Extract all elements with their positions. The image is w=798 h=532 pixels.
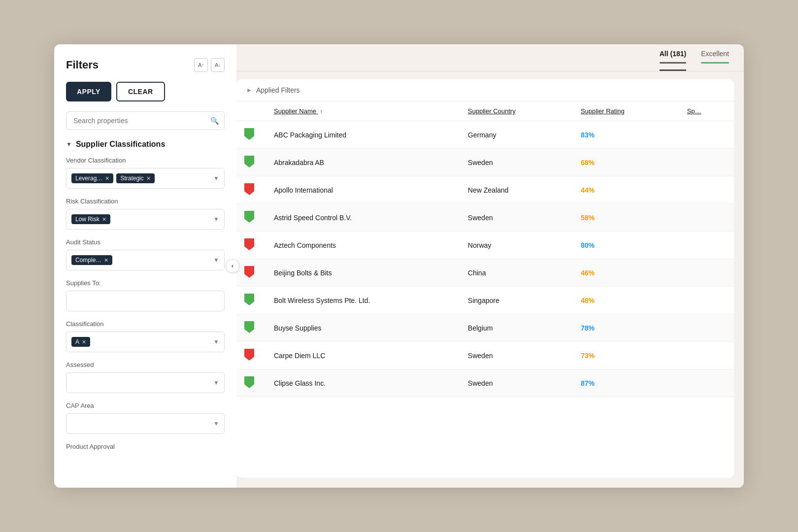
extra-cell	[677, 342, 734, 369]
table-row[interactable]: Carpe Diem LLCSweden73%	[236, 342, 734, 369]
top-tabs: All (181) Excellent	[236, 44, 744, 71]
sort-asc-icon-button[interactable]: A ↑	[194, 58, 208, 72]
supplier-name-cell: Buyse Supplies	[264, 314, 458, 342]
rating-value: 46%	[581, 269, 595, 277]
cap-area-select[interactable]: ▼	[66, 413, 225, 434]
table-row[interactable]: Beijing Bolts & BitsChina46%	[236, 259, 734, 287]
tab-excellent[interactable]: Excellent	[701, 50, 729, 71]
rating-value: 83%	[581, 131, 595, 139]
flag-cell	[236, 232, 264, 259]
col-supplier-rating[interactable]: Supplier Rating	[571, 101, 677, 121]
tag-complete-remove[interactable]: ✕	[104, 257, 108, 264]
risk-classification-label: Risk Classification	[66, 198, 225, 205]
table-row[interactable]: Astrid Speed Control B.V.Sweden58%	[236, 204, 734, 232]
col-flag	[236, 101, 264, 121]
supplier-name-cell: Beijing Bolts & Bits	[264, 259, 458, 287]
supplier-country-cell: Singapore	[458, 287, 571, 314]
extra-cell	[677, 369, 734, 397]
supplier-rating-cell: 83%	[571, 121, 677, 149]
extra-cell	[677, 287, 734, 314]
supplies-to-input[interactable]	[66, 291, 225, 311]
sort-desc-icon-button[interactable]: A ↓	[211, 58, 225, 72]
table-area: ► Applied Filters Supplier Name ↑ Suppli…	[236, 79, 734, 478]
content-panel: All (181) Excellent ► Applied Filters	[236, 44, 744, 488]
vendor-classification-chevron: ▼	[213, 175, 219, 182]
tab-all-label: All (181)	[660, 50, 686, 58]
rating-value: 44%	[581, 186, 595, 194]
tag-strategic: Strategic ✕	[116, 173, 154, 183]
cap-area-group: CAP Area ▼	[66, 402, 225, 434]
main-container: Filters A ↑ A ↓ APPLY CLEAR 🔍 ▼ Supplie	[54, 44, 744, 488]
tag-low-risk-text: Low Risk	[75, 216, 100, 223]
risk-classification-group: Risk Classification Low Risk ✕ ▼	[66, 198, 225, 230]
rating-value: 68%	[581, 159, 595, 166]
audit-status-select[interactable]: Comple… ✕ ▼	[66, 250, 225, 270]
applied-filters-row[interactable]: ► Applied Filters	[236, 79, 734, 101]
table-row[interactable]: Bolt Wireless Systems Pte. Ltd.Singapore…	[236, 287, 734, 314]
flag-cell	[236, 287, 264, 314]
audit-status-group: Audit Status Comple… ✕ ▼	[66, 238, 225, 270]
table-row[interactable]: Buyse SuppliesBelgium78%	[236, 314, 734, 342]
sort-desc-icon: A	[215, 62, 218, 68]
rating-value: 58%	[581, 214, 595, 222]
assessed-label: Assessed	[66, 361, 225, 368]
classification-group: Classification A ✕ ▼	[66, 320, 225, 352]
table-header-row: Supplier Name ↑ Supplier Country Supplie…	[236, 101, 734, 121]
tag-leverage-remove[interactable]: ✕	[105, 175, 109, 182]
apply-button[interactable]: APPLY	[66, 82, 111, 101]
col-supplier-country[interactable]: Supplier Country	[458, 101, 571, 121]
risk-classification-chevron: ▼	[213, 216, 219, 223]
tag-low-risk-remove[interactable]: ✕	[102, 216, 106, 223]
supplier-country-cell: China	[458, 259, 571, 287]
supplier-name-cell: Clipse Glass Inc.	[264, 369, 458, 397]
flag-green-icon	[244, 321, 254, 333]
classification-select[interactable]: A ✕ ▼	[66, 332, 225, 352]
vendor-classification-select[interactable]: Leverag… ✕ Strategic ✕ ▼	[66, 168, 225, 189]
supplier-country-cell: Sweden	[458, 149, 571, 176]
supplies-to-label: Supplies To:	[66, 279, 225, 287]
tab-all[interactable]: All (181)	[660, 50, 686, 71]
extra-cell	[677, 176, 734, 204]
extra-cell	[677, 232, 734, 259]
supplier-country-cell: Germany	[458, 121, 571, 149]
search-icon: 🔍	[210, 117, 219, 125]
tag-a-remove[interactable]: ✕	[82, 339, 86, 345]
table-row[interactable]: Clipse Glass Inc.Sweden87%	[236, 369, 734, 397]
filter-title: Filters	[66, 59, 99, 71]
classification-label: Classification	[66, 320, 225, 328]
flag-green-icon	[244, 376, 254, 388]
assessed-select[interactable]: ▼	[66, 372, 225, 393]
flag-green-icon	[244, 128, 254, 140]
flag-red-icon	[244, 266, 254, 278]
sort-asc-icon: ↑	[320, 108, 323, 114]
table-row[interactable]: ABC Packaging LimitedGermany83%	[236, 121, 734, 149]
tag-strategic-remove[interactable]: ✕	[146, 175, 151, 182]
flag-red-icon	[244, 349, 254, 361]
table-row[interactable]: Aztech ComponentsNorway80%	[236, 232, 734, 259]
tag-complete: Comple… ✕	[71, 255, 112, 265]
supplier-rating-cell: 78%	[571, 314, 677, 342]
cap-area-chevron: ▼	[213, 420, 219, 427]
product-approval-group: Product Approval	[66, 443, 225, 450]
supplier-classifications-section: ▼ Supplier Classifications	[66, 140, 225, 149]
filter-header: Filters A ↑ A ↓	[66, 58, 225, 72]
flag-cell	[236, 314, 264, 342]
col-supplier-name[interactable]: Supplier Name ↑	[264, 101, 458, 121]
table-row[interactable]: Abrakadabra ABSweden68%	[236, 149, 734, 176]
clear-button[interactable]: CLEAR	[116, 82, 165, 101]
applied-filters-chevron-icon: ►	[246, 87, 252, 94]
flag-green-icon	[244, 211, 254, 223]
table-row[interactable]: Apollo InternationalNew Zealand44%	[236, 176, 734, 204]
supplier-name-cell: Bolt Wireless Systems Pte. Ltd.	[264, 287, 458, 314]
collapse-panel-button[interactable]: ‹	[226, 259, 239, 273]
supplier-country-cell: Norway	[458, 232, 571, 259]
supplier-country-cell: Sweden	[458, 204, 571, 232]
extra-cell	[677, 121, 734, 149]
supplier-rating-cell: 87%	[571, 369, 677, 397]
search-input[interactable]	[66, 111, 225, 130]
supplier-name-cell: Astrid Speed Control B.V.	[264, 204, 458, 232]
risk-classification-select[interactable]: Low Risk ✕ ▼	[66, 209, 225, 230]
extra-cell	[677, 259, 734, 287]
col-extra[interactable]: Sp…	[677, 101, 734, 121]
flag-cell	[236, 342, 264, 369]
